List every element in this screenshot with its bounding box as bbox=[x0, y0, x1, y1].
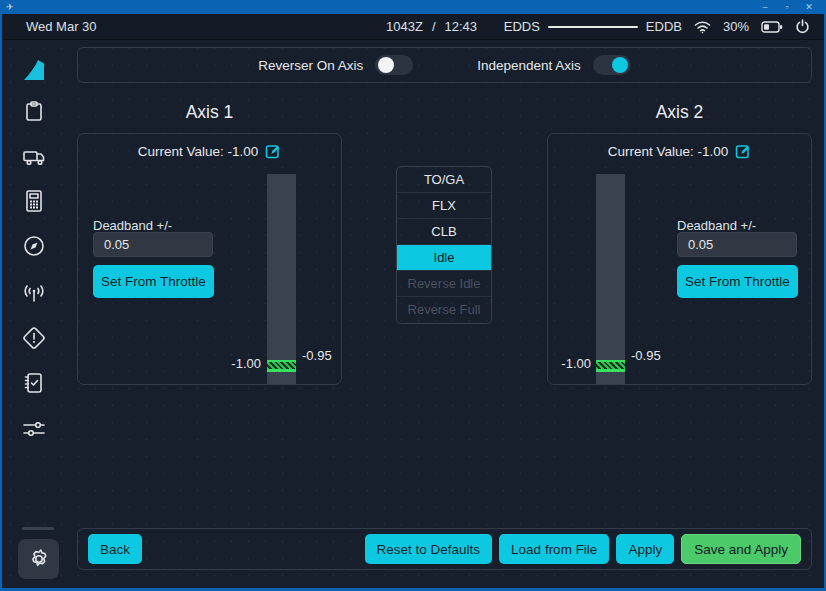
axis1-marker-high-label: -0.95 bbox=[302, 348, 332, 363]
axis1-position-bar bbox=[267, 174, 296, 384]
detent-idle[interactable]: Idle bbox=[397, 245, 491, 271]
fbw-logo-icon bbox=[20, 56, 48, 84]
axis1-deadband-input[interactable] bbox=[93, 232, 213, 257]
axis1-detent-range-marker bbox=[267, 360, 296, 372]
axis2-detent-range-marker bbox=[596, 360, 625, 372]
detent-clb[interactable]: CLB bbox=[397, 219, 491, 245]
sidebar-item-performance-calculator-icon[interactable] bbox=[20, 187, 48, 215]
sidebar-divider bbox=[22, 527, 54, 530]
gear-icon bbox=[27, 547, 51, 571]
axis2-card: Current Value: -1.00 -1.00 -0.95 Deadban… bbox=[547, 133, 812, 385]
close-button[interactable]: ✕ bbox=[798, 1, 820, 13]
reset-to-defaults-button[interactable]: Reset to Defaults bbox=[365, 534, 493, 564]
status-clock: 1043Z / 12:43 bbox=[386, 19, 477, 34]
axis-options-bar: Reverser On Axis Independent Axis bbox=[77, 47, 812, 83]
save-and-apply-button[interactable]: Save and Apply bbox=[681, 534, 801, 564]
apply-button[interactable]: Apply bbox=[616, 534, 674, 564]
axis1-marker-low-label: -1.00 bbox=[201, 356, 261, 371]
wifi-icon bbox=[694, 20, 711, 34]
sidebar-item-failures-warning-icon[interactable] bbox=[20, 324, 48, 352]
axis2-title: Axis 2 bbox=[547, 102, 812, 123]
axis2-marker-high-label: -0.95 bbox=[631, 348, 661, 363]
axis1-set-from-throttle-button[interactable]: Set From Throttle bbox=[93, 265, 214, 298]
detent-toga[interactable]: TO/GA bbox=[397, 167, 491, 193]
sidebar-nav bbox=[2, 40, 64, 588]
maximize-button[interactable]: ▫ bbox=[776, 1, 798, 13]
detent-reverse-full[interactable]: Reverse Full bbox=[397, 297, 491, 323]
axis1-deadband-label: Deadband +/- bbox=[93, 218, 172, 233]
sidebar-item-ground-truck-icon[interactable] bbox=[20, 142, 48, 170]
status-date: Wed Mar 30 bbox=[26, 19, 97, 34]
utc-time: 1043Z bbox=[386, 19, 423, 34]
back-button[interactable]: Back bbox=[88, 534, 142, 564]
axis2-position-bar bbox=[596, 174, 625, 384]
axis2-current-value: Current Value: -1.00 bbox=[608, 144, 729, 159]
independent-axis-label: Independent Axis bbox=[477, 58, 581, 73]
axis2-deadband-input[interactable] bbox=[677, 232, 797, 257]
app-icon: ✈ bbox=[6, 3, 14, 12]
sidebar-item-presets-sliders-icon[interactable] bbox=[20, 415, 48, 443]
axis2-marker-low-label: -1.00 bbox=[548, 356, 591, 371]
os-titlebar: ✈ – ▫ ✕ bbox=[0, 0, 826, 14]
flight-progress: EDDS EDDB bbox=[504, 19, 682, 34]
footer-actions-bar: Back Reset to Defaults Load from File Ap… bbox=[77, 528, 812, 570]
reverser-on-axis-label: Reverser On Axis bbox=[258, 58, 363, 73]
axis2-edit-icon[interactable] bbox=[735, 143, 751, 159]
independent-axis-toggle[interactable] bbox=[593, 55, 631, 75]
axis2-set-from-throttle-button[interactable]: Set From Throttle bbox=[677, 265, 798, 298]
load-from-file-button[interactable]: Load from File bbox=[499, 534, 609, 564]
sidebar-item-checklists-icon[interactable] bbox=[20, 369, 48, 397]
axis2-deadband-label: Deadband +/- bbox=[677, 218, 756, 233]
local-time: 12:43 bbox=[445, 19, 478, 34]
axis1-edit-icon[interactable] bbox=[265, 143, 281, 159]
axis1-card: Current Value: -1.00 -1.00 -0.95 Deadban… bbox=[77, 133, 342, 385]
power-icon[interactable] bbox=[795, 19, 810, 34]
independent-axis-option: Independent Axis bbox=[477, 55, 631, 75]
flight-progress-line bbox=[548, 26, 638, 28]
axis1-title: Axis 1 bbox=[77, 102, 342, 123]
origin-icao: EDDS bbox=[504, 19, 540, 34]
minimize-button[interactable]: – bbox=[754, 1, 776, 13]
efb-window: ✈ – ▫ ✕ Wed Mar 30 1043Z / 12:43 EDDS ED… bbox=[0, 0, 826, 591]
sidebar-item-atc-antenna-icon[interactable] bbox=[20, 278, 48, 306]
sidebar-item-settings[interactable] bbox=[18, 539, 59, 579]
detent-list: TO/GA FLX CLB Idle Reverse Idle Reverse … bbox=[396, 166, 492, 324]
reverser-on-axis-option: Reverser On Axis bbox=[258, 55, 413, 75]
sidebar-item-navigation-compass-icon[interactable] bbox=[20, 232, 48, 260]
battery-icon bbox=[761, 21, 783, 33]
efb-statusbar: Wed Mar 30 1043Z / 12:43 EDDS EDDB 30% bbox=[2, 14, 824, 40]
sidebar-item-dashboard[interactable] bbox=[20, 97, 48, 125]
destination-icao: EDDB bbox=[646, 19, 682, 34]
detent-reverse-idle[interactable]: Reverse Idle bbox=[397, 271, 491, 297]
battery-percentage: 30% bbox=[723, 19, 749, 34]
settings-throttle-page: Reverser On Axis Independent Axis Axis 1… bbox=[2, 40, 824, 588]
time-separator: / bbox=[432, 19, 436, 34]
reverser-on-axis-toggle[interactable] bbox=[375, 55, 413, 75]
detent-flx[interactable]: FLX bbox=[397, 193, 491, 219]
axis1-current-value: Current Value: -1.00 bbox=[138, 144, 259, 159]
